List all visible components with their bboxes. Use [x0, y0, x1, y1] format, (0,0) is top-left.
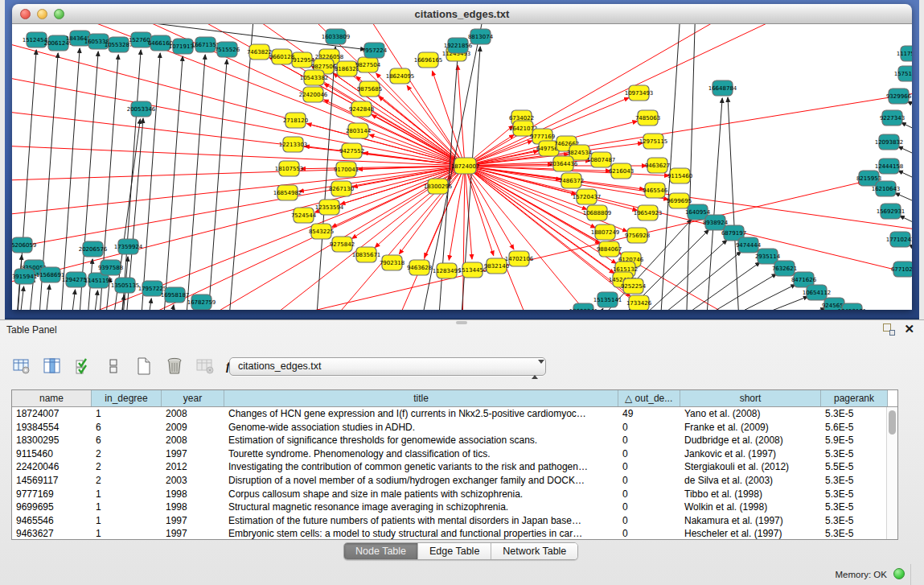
table-cell: Genome-wide association studies in ADHD.	[224, 421, 618, 435]
table-row[interactable]: 2242004622012Investigating the contribut…	[12, 460, 897, 474]
network-node-label: 16782759	[187, 299, 216, 306]
table-cell: Franke et al. (2009)	[680, 421, 821, 435]
network-edge	[12, 36, 465, 166]
table-row[interactable]: 977716911998Corpus callosum shape and si…	[12, 488, 897, 501]
network-node-label: 9465546	[643, 187, 668, 194]
delete-rows-icon[interactable]	[164, 356, 185, 377]
application-window: citations_edges.txt 89129542322605898275…	[0, 0, 924, 585]
combo-arrows-icon	[532, 361, 539, 373]
network-view-window[interactable]: citations_edges.txt 89129542322605898275…	[12, 4, 912, 310]
table-cell: Estimation of the future numbers of pati…	[224, 514, 618, 528]
column-header-year[interactable]: year	[162, 390, 224, 406]
tab-edge-table[interactable]: Edge Table	[418, 543, 491, 559]
network-window-title: citations_edges.txt	[12, 8, 912, 20]
network-node-label: 15135141	[593, 297, 622, 303]
network-node-label: 12444158	[875, 163, 904, 170]
network-node-label: 6216043	[609, 168, 634, 175]
network-node-label: 16033809	[322, 34, 351, 40]
network-node-label: 25206059	[12, 242, 36, 249]
network-node-label: 10807487	[587, 157, 616, 163]
column-header-pagerank[interactable]: pagerank	[821, 390, 888, 406]
table-cell: Tourette syndrome. Phenomenology and cla…	[224, 447, 618, 461]
network-node-label: 12975115	[639, 138, 668, 145]
table-cell: 9777169	[12, 488, 92, 501]
table-row[interactable]: 946554611997Estimation of the future num…	[12, 514, 897, 528]
table-cell: 9465546	[12, 514, 92, 528]
network-node-label: 9875685	[357, 86, 382, 93]
network-node-label: 9252254	[621, 283, 647, 290]
table-row[interactable]: 1938455462009Genome-wide association stu…	[12, 421, 897, 435]
table-cell: Wolkin et al. (1998)	[680, 501, 821, 514]
select-rows-icon[interactable]	[72, 356, 93, 377]
close-panel-icon[interactable]: ✕	[904, 322, 914, 336]
network-node-label: 2935114	[755, 253, 781, 260]
network-node-label: 2803144	[346, 128, 372, 134]
network-edge	[449, 166, 465, 260]
network-node-label: 9660128	[269, 54, 294, 60]
float-panel-icon[interactable]	[883, 323, 895, 336]
network-node-label: 6879197	[721, 230, 746, 237]
network-node-label: 9427552	[339, 148, 364, 154]
table-cell: 2	[92, 447, 162, 461]
network-node-label: 3824534	[567, 150, 593, 156]
table-cell: Jankovic et al. (1997)	[680, 447, 821, 461]
column-header-title[interactable]: title	[224, 390, 618, 406]
tab-node-table[interactable]: Node Table	[344, 543, 418, 559]
network-window-titlebar[interactable]: citations_edges.txt	[12, 4, 912, 24]
table-row[interactable]: 1830029562008Estimation of significance …	[12, 434, 897, 447]
network-edge	[702, 296, 808, 310]
column-header-short[interactable]: short	[680, 390, 821, 406]
table-cell: Embryonic stem cells: a model to study s…	[224, 527, 618, 539]
memory-status-label: Memory: OK	[835, 570, 887, 579]
network-edge	[686, 24, 696, 310]
show-columns-icon[interactable]	[42, 356, 63, 377]
memory-status-indicator-icon[interactable]	[893, 568, 905, 579]
network-node-label: 11568691	[36, 272, 65, 278]
network-node-label: 9463627	[645, 163, 670, 169]
network-node-label: 16958187	[161, 292, 190, 299]
table-row[interactable]: 1456911722003Disruption of a novel membe…	[12, 474, 897, 488]
table-cell: 5.6E-5	[821, 421, 888, 435]
table-cell: Investigating the contribution of common…	[224, 460, 618, 474]
table-row[interactable]: 946362711997Embryonic stem cells: a mode…	[12, 527, 897, 539]
table-settings-icon[interactable]	[11, 356, 32, 377]
network-node-label: 16854982	[273, 190, 302, 196]
table-row[interactable]: 1872400712008Changes of HCN gene express…	[12, 407, 897, 421]
network-node-label: 10654112	[803, 290, 832, 296]
column-header-in_degree[interactable]: in_degree	[92, 390, 162, 406]
merge-tables-icon[interactable]	[103, 356, 124, 377]
network-node-label: 8471626	[791, 277, 817, 283]
network-canvas[interactable]: 8912954232260589827506818632898275041054…	[12, 24, 912, 310]
delete-table-icon[interactable]	[195, 356, 216, 377]
network-node-label: 18624095	[386, 73, 415, 80]
column-header-out_de[interactable]: △ out_de...	[618, 390, 680, 406]
scrollbar-thumb[interactable]	[889, 410, 896, 435]
network-node-label: 10973493	[625, 90, 654, 97]
table-source-select[interactable]: citations_edges.txt	[229, 357, 546, 376]
network-node-label: 18807249	[591, 229, 620, 236]
network-node-label: 15692931	[877, 208, 906, 215]
network-node-label: 9777169	[530, 134, 555, 140]
column-header-name[interactable]: name	[12, 390, 92, 406]
new-document-icon[interactable]	[133, 356, 154, 377]
table-cell: Tibbo et al. (1998)	[680, 488, 821, 501]
table-cell: 1	[92, 501, 162, 514]
table-row[interactable]: 911546021997Tourette syndrome. Phenomeno…	[12, 447, 897, 461]
network-node-label: 18107553	[275, 166, 304, 172]
network-node-label: 9463628	[407, 265, 432, 271]
network-edge	[69, 290, 76, 310]
table-cell: 1	[92, 488, 162, 501]
table-cell: 18724007	[12, 407, 92, 421]
network-node-label: 22420046	[299, 92, 328, 98]
citation-network-graph[interactable]: 8912954232260589827506818632898275041054…	[12, 24, 912, 310]
table-cell: 1997	[162, 527, 224, 539]
vertical-scrollbar[interactable]	[886, 407, 897, 539]
split-pane-handle[interactable]	[456, 321, 467, 324]
table-cell: 5.3E-5	[821, 488, 888, 501]
table-panel: Table Panel ✕	[0, 319, 924, 585]
tab-network-table[interactable]: Network Table	[491, 543, 577, 559]
table-header-row[interactable]: namein_degreeyeartitle△ out_de...shortpa…	[12, 390, 897, 407]
network-edge	[458, 65, 465, 166]
network-node-label: 15751074	[894, 71, 912, 77]
table-row[interactable]: 969969511998Structural magnetic resonanc…	[12, 501, 897, 514]
